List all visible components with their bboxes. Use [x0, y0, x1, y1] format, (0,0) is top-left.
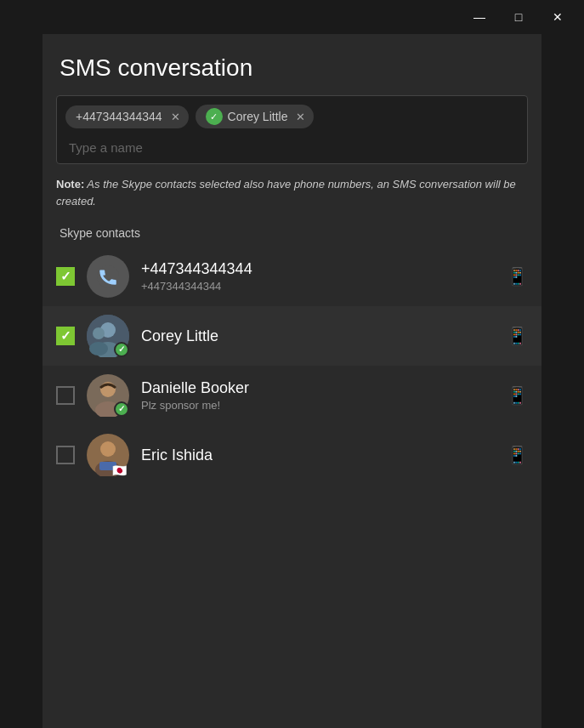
contact-item-eric[interactable]: 🇯🇵 Eric Ishida 📱 — [43, 425, 541, 485]
main-panel: SMS conversation +447344344344 ✕ ✓ Corey… — [43, 34, 541, 728]
contact-name-eric: Eric Ishida — [141, 446, 507, 464]
note-area: Note: As the Skype contacts selected als… — [56, 176, 528, 209]
chip-corey-remove[interactable]: ✕ — [294, 109, 307, 125]
chip-corey-icon: ✓ — [206, 108, 223, 125]
chip-corey-label: Corey Little — [228, 110, 288, 123]
contact-action-danielle: 📱 — [507, 385, 528, 406]
recipient-chip-corey[interactable]: ✓ Corey Little ✕ — [196, 105, 315, 128]
contact-avatar-phone — [87, 255, 129, 298]
note-text: As the Skype contacts selected also have… — [56, 178, 516, 208]
contact-name-phone: +447344344344 — [141, 260, 507, 278]
section-label: Skype contacts — [43, 218, 541, 247]
chip-phone-remove[interactable]: ✕ — [169, 109, 182, 125]
corey-online-badge — [114, 342, 129, 357]
contact-checkbox-eric[interactable] — [56, 446, 75, 464]
maximize-button[interactable]: □ — [499, 3, 538, 31]
contact-info-eric: Eric Ishida — [141, 446, 507, 464]
contact-checkbox-danielle[interactable] — [56, 386, 75, 405]
contact-checkbox-corey[interactable] — [56, 327, 75, 345]
name-search-input[interactable] — [65, 135, 519, 163]
contact-list: +447344344344 +447344344344 📱 — [43, 247, 541, 485]
page-title: SMS conversation — [43, 34, 541, 95]
svg-point-10 — [100, 441, 116, 457]
svg-point-4 — [93, 327, 105, 339]
recipients-area: +447344344344 ✕ ✓ Corey Little ✕ — [56, 95, 528, 164]
contact-action-eric: 📱 — [507, 445, 528, 465]
contact-info-phone: +447344344344 +447344344344 — [141, 260, 507, 293]
contact-name-corey: Corey Little — [141, 327, 507, 345]
danielle-online-badge — [114, 401, 129, 417]
contact-name-danielle: Danielle Booker — [141, 379, 507, 397]
contact-checkbox-phone[interactable] — [56, 267, 75, 286]
contact-item-phone[interactable]: +447344344344 +447344344344 📱 — [43, 247, 541, 306]
contact-sub-danielle: Plz sponsor me! — [141, 399, 507, 412]
close-button[interactable]: ✕ — [538, 3, 577, 31]
contact-item-danielle[interactable]: Danielle Booker Plz sponsor me! 📱 — [43, 366, 541, 425]
recipients-row: +447344344344 ✕ ✓ Corey Little ✕ — [65, 105, 519, 128]
svg-point-5 — [89, 342, 108, 355]
title-bar: — □ ✕ — [0, 0, 584, 34]
recipient-chip-phone[interactable]: +447344344344 ✕ — [65, 105, 189, 128]
contact-avatar-eric: 🇯🇵 — [87, 434, 129, 476]
note-bold: Note: — [56, 178, 84, 191]
contact-info-corey: Corey Little — [141, 327, 507, 345]
eric-flag-badge: 🇯🇵 — [112, 464, 129, 476]
contact-action-corey: 📱 — [507, 326, 528, 346]
contact-avatar-corey — [87, 315, 129, 357]
contact-avatar-danielle — [87, 374, 129, 417]
contact-action-phone: 📱 — [507, 266, 528, 287]
contact-item-corey[interactable]: Corey Little 📱 — [43, 306, 541, 366]
minimize-button[interactable]: — — [460, 3, 499, 31]
contact-sub-phone: +447344344344 — [141, 280, 507, 293]
chip-phone-label: +447344344344 — [76, 110, 162, 123]
contact-info-danielle: Danielle Booker Plz sponsor me! — [141, 379, 507, 412]
